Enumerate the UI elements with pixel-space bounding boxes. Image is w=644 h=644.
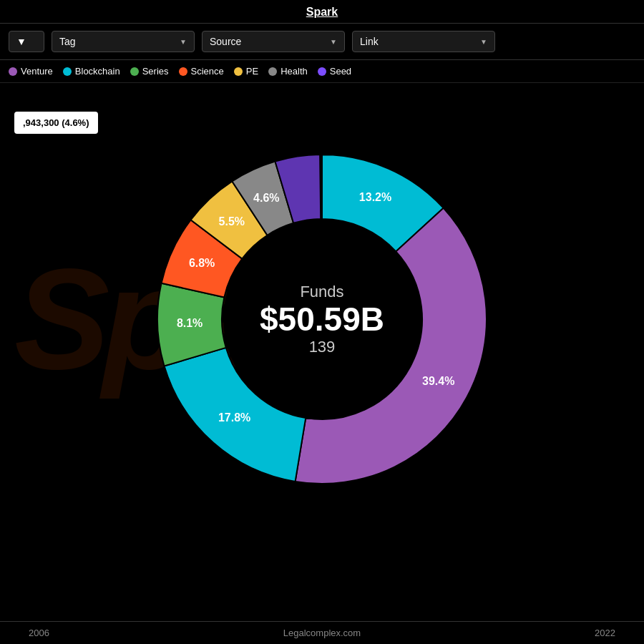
segment-label: 13.2%: [359, 191, 391, 203]
legend-item: Health: [268, 66, 308, 77]
footer-year-end: 2022: [595, 628, 615, 638]
source-label: Source: [210, 36, 241, 47]
chart-legend: Venture Blockchain Series Science PE Hea…: [0, 60, 644, 83]
legend-dot: [234, 67, 243, 76]
donut-center: [223, 220, 421, 418]
legend-dot: [9, 67, 17, 76]
legend-label: PE: [246, 66, 258, 77]
filter-arrow-icon: ▼: [16, 36, 26, 47]
legend-item: Blockchain: [63, 66, 120, 77]
segment-label: 39.4%: [422, 375, 454, 387]
app-header: Spark: [0, 0, 644, 24]
legend-label: Series: [142, 66, 169, 77]
legend-dot: [318, 67, 326, 76]
segment-label: 4.6%: [253, 192, 279, 204]
footer: 2006 Legalcomplex.com 2022: [0, 621, 644, 644]
source-arrow-icon: ▼: [330, 38, 337, 46]
link-dropdown[interactable]: Link ▼: [352, 31, 495, 52]
legend-label: Seed: [330, 66, 351, 77]
legend-item: Series: [130, 66, 169, 77]
legend-item: Venture: [9, 66, 53, 77]
segment-label: 5.5%: [219, 215, 245, 228]
app-title: Spark: [306, 6, 338, 18]
legend-dot: [130, 67, 139, 76]
legend-item: Seed: [318, 66, 351, 77]
tag-dropdown[interactable]: Tag ▼: [52, 31, 195, 52]
legend-item: PE: [234, 66, 258, 77]
footer-site: Legalcomplex.com: [283, 628, 361, 638]
legend-dot: [63, 67, 72, 76]
link-arrow-icon: ▼: [480, 38, 487, 46]
legend-item: Science: [179, 66, 224, 77]
donut-chart: 13.2%39.4%17.8%8.1%6.8%5.5%4.6% Funds $5…: [136, 133, 508, 505]
legend-label: Blockchain: [75, 66, 120, 77]
tag-arrow-icon: ▼: [180, 38, 187, 46]
link-label: Link: [360, 36, 379, 47]
source-dropdown[interactable]: Source ▼: [202, 31, 345, 52]
segment-label: 17.8%: [218, 411, 250, 424]
legend-label: Venture: [21, 66, 53, 77]
chart-area: Spark ,943,300 (4.6%) 13.2%39.4%17.8%8.1…: [0, 83, 644, 555]
tooltip: ,943,300 (4.6%): [14, 112, 98, 134]
footer-year-start: 2006: [29, 628, 49, 638]
legend-dot: [179, 67, 187, 76]
legend-label: Health: [280, 66, 308, 77]
donut-svg: 13.2%39.4%17.8%8.1%6.8%5.5%4.6%: [136, 133, 508, 505]
filter-dropdown-small[interactable]: ▼: [9, 31, 44, 52]
segment-label: 8.1%: [177, 317, 203, 329]
toolbar: ▼ Tag ▼ Source ▼ Link ▼: [0, 24, 644, 60]
legend-label: Science: [191, 66, 224, 77]
tag-label: Tag: [59, 36, 76, 47]
segment-label: 6.8%: [189, 257, 215, 269]
legend-dot: [268, 67, 277, 76]
tooltip-text: ,943,300 (4.6%): [23, 117, 89, 128]
